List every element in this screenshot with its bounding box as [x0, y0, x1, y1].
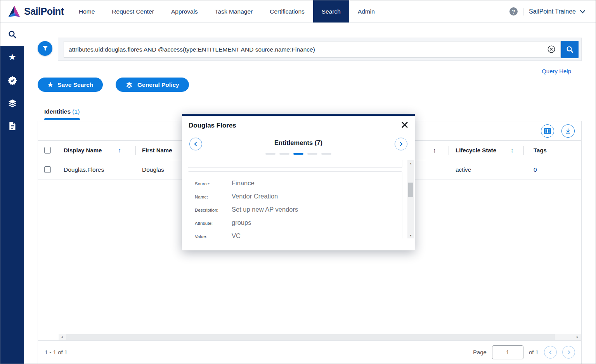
field-label: Name:	[195, 195, 232, 199]
sailpoint-logo-icon	[7, 5, 21, 19]
column-chooser-button[interactable]	[541, 124, 554, 138]
nav-item-approvals[interactable]: Approvals	[163, 0, 206, 22]
field-label: Attribute:	[195, 221, 232, 226]
chevron-down-icon	[580, 10, 586, 14]
star-icon: ★	[47, 81, 53, 88]
sidebar-item-certifications[interactable]	[0, 69, 24, 91]
sort-icon[interactable]: ↕	[511, 141, 514, 160]
column-header-tags[interactable]: Tags	[534, 141, 547, 160]
result-range-text: 1 - 1 of 1	[45, 349, 68, 355]
field-label: Value:	[195, 234, 232, 238]
brand-name: SailPoint	[24, 6, 64, 17]
page-number-input[interactable]	[492, 345, 523, 359]
help-icon[interactable]: ?	[509, 7, 518, 16]
cell-display-name: Douglas.Flores	[64, 160, 104, 179]
field-label: Source:	[195, 181, 232, 186]
carousel-next-button[interactable]	[395, 138, 407, 150]
nav-item-search[interactable]: Search	[313, 0, 349, 22]
horizontal-scrollbar[interactable]: ◄ ►	[59, 334, 581, 340]
entitlement-field-value: Value: VC	[195, 232, 402, 238]
chevron-left-icon	[548, 350, 553, 355]
download-icon	[565, 128, 571, 134]
field-value: Set up new AP vendors	[232, 206, 298, 213]
scrollbar-thumb[interactable]	[66, 334, 555, 340]
sort-icon[interactable]: ↕	[433, 141, 436, 160]
field-value: Vendor Creation	[232, 193, 278, 200]
cell-tags: 0	[534, 160, 537, 179]
scrollbar-thumb[interactable]	[408, 183, 413, 197]
column-header-first-name[interactable]: First Name	[142, 141, 172, 160]
search-submit-button[interactable]	[561, 41, 579, 58]
close-icon[interactable]	[401, 121, 409, 129]
modal-vertical-scrollbar[interactable]: ▲ ▼	[407, 160, 414, 238]
sidebar-item-search[interactable]	[0, 23, 24, 46]
entitlement-field-description: Description: Set up new AP vendors	[195, 206, 402, 219]
carousel-dot[interactable]	[279, 153, 289, 155]
column-divider	[135, 146, 136, 155]
nav-item-admin[interactable]: Admin	[349, 0, 383, 22]
chevron-right-icon	[566, 350, 572, 355]
entitlements-scroll-area[interactable]: Source: Finance Name: Vendor Creation De…	[188, 160, 402, 238]
previous-page-button[interactable]	[544, 346, 557, 359]
clear-search-icon[interactable]	[547, 45, 556, 53]
nav-item-task-manager[interactable]: Task Manager	[206, 0, 261, 22]
user-menu[interactable]: SailPoint Trainee	[529, 8, 586, 15]
general-policy-button[interactable]: General Policy	[116, 78, 189, 92]
column-header-display-name[interactable]: Display Name	[64, 141, 102, 160]
sidebar-item-saved-searches[interactable]: ★	[0, 46, 24, 69]
nav-item-certifications[interactable]: Certifications	[261, 0, 313, 22]
nav-item-request-center[interactable]: Request Center	[103, 0, 163, 22]
sort-ascending-icon[interactable]: ↑	[118, 141, 121, 160]
row-checkbox[interactable]	[44, 166, 51, 173]
tab-identities[interactable]: Identities (1)	[44, 108, 80, 115]
entitlement-field-attribute: Attribute: groups	[195, 219, 402, 232]
nav-right-group: ? SailPoint Trainee	[509, 0, 586, 22]
main-menu: Home Request Center Approvals Task Manag…	[70, 0, 383, 22]
modal-section-title: Entitlements (7)	[182, 139, 415, 147]
page-total-label: of 1	[529, 349, 539, 355]
tab-identities-count: (1)	[72, 108, 80, 115]
entitlement-card: Source: Finance Name: Vendor Creation De…	[188, 171, 402, 238]
query-help-link[interactable]: Query Help	[542, 68, 571, 74]
carousel-dot[interactable]	[321, 153, 331, 155]
column-header-lifecycle-state[interactable]: Lifecycle State	[456, 141, 496, 160]
download-button[interactable]	[561, 124, 575, 138]
sidebar-item-reports[interactable]	[0, 114, 24, 137]
sidebar-item-policies[interactable]	[0, 91, 24, 114]
magnifier-icon	[566, 46, 574, 53]
entitlement-field-source: Source: Finance	[195, 179, 402, 193]
save-search-button[interactable]: ★ Save Search	[38, 78, 103, 92]
left-sidebar: ★	[0, 23, 24, 364]
carousel-dot[interactable]	[265, 153, 275, 155]
tab-active-indicator	[44, 118, 80, 120]
nav-item-home[interactable]: Home	[70, 0, 103, 22]
next-page-button[interactable]	[562, 346, 575, 359]
page-label: Page	[473, 349, 487, 355]
scrollbar-track[interactable]	[65, 334, 574, 340]
scroll-left-icon[interactable]: ◄	[59, 334, 65, 340]
field-value: VC	[232, 232, 241, 238]
nav-divider	[523, 8, 523, 16]
scroll-right-icon[interactable]: ►	[574, 334, 581, 340]
general-policy-label: General Policy	[137, 81, 179, 88]
badge-check-icon	[8, 76, 17, 85]
carousel-dot[interactable]	[307, 153, 317, 155]
sailpoint-search-page: SailPoint Home Request Center Approvals …	[0, 0, 596, 364]
pagination-controls: Page of 1	[473, 345, 575, 359]
search-query-input[interactable]	[64, 41, 561, 58]
funnel-icon	[42, 45, 49, 52]
entitlement-card-partial	[188, 160, 402, 168]
column-divider	[523, 146, 524, 155]
carousel-dot-active[interactable]	[293, 153, 303, 155]
modal-title: Douglas Flores	[189, 122, 236, 129]
filter-button[interactable]	[38, 41, 52, 56]
select-all-checkbox[interactable]	[44, 147, 51, 154]
field-value: Finance	[232, 179, 255, 187]
scroll-down-icon[interactable]: ▼	[407, 232, 414, 238]
identity-detail-modal: Douglas Flores Entitlements (7)	[182, 114, 415, 250]
tab-identities-label: Identities	[44, 108, 71, 115]
top-navigation: SailPoint Home Request Center Approvals …	[0, 0, 596, 23]
save-search-label: Save Search	[57, 81, 93, 88]
carousel-page-indicators	[182, 153, 415, 155]
scroll-up-icon[interactable]: ▲	[407, 160, 414, 166]
